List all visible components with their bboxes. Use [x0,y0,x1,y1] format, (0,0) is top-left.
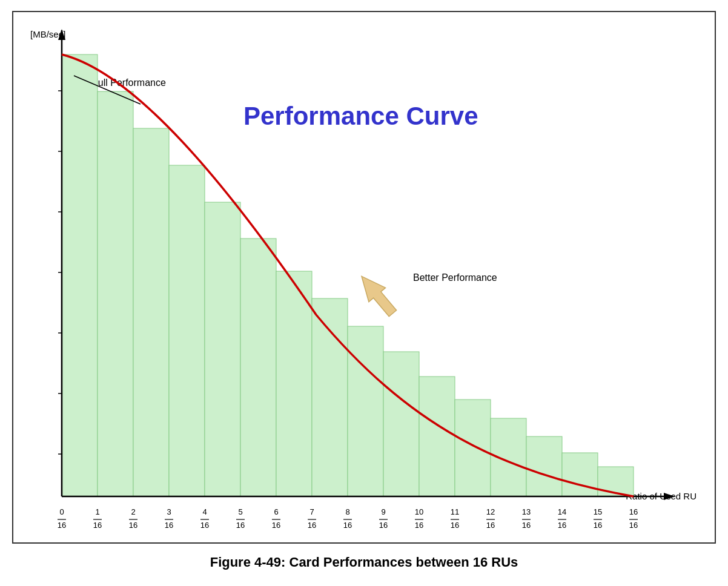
bar-1 [98,91,133,496]
svg-text:16: 16 [451,521,459,530]
chart-container: [MB/sec] Performance Curve Full Performa… [12,11,716,544]
svg-text:12: 12 [486,507,495,516]
svg-text:16: 16 [343,521,352,530]
svg-text:4: 4 [202,507,207,516]
bar-3 [169,165,205,496]
svg-text:11: 11 [451,507,459,516]
svg-text:5: 5 [238,507,242,516]
svg-text:3: 3 [167,507,171,516]
bar-14 [562,453,598,496]
bar-13 [526,436,562,496]
svg-text:16: 16 [200,521,209,530]
x-label-0: 0 [59,507,64,516]
svg-text:8: 8 [345,507,349,516]
svg-text:16: 16 [558,521,566,530]
svg-text:16: 16 [236,521,245,530]
bar-6 [276,271,312,496]
svg-marker-56 [353,269,401,320]
chart-svg: 0 16 1 16 2 16 3 16 4 16 5 16 6 16 7 16 … [13,12,717,545]
svg-text:16: 16 [522,521,531,530]
svg-text:7: 7 [309,507,314,516]
svg-text:16: 16 [93,521,102,530]
svg-text:15: 15 [594,507,602,516]
x-axis-arrow [664,493,675,500]
bar-5 [240,239,276,496]
x-label-0-denom: 16 [58,521,66,530]
bar-10 [419,377,455,496]
svg-text:16: 16 [165,521,173,530]
better-performance-arrow [353,269,401,320]
svg-text:16: 16 [272,521,280,530]
bar-4 [205,202,240,496]
y-axis-arrow [58,29,65,40]
svg-text:2: 2 [131,507,135,516]
svg-text:16: 16 [379,521,388,530]
bar-8 [348,326,383,496]
svg-text:1: 1 [95,507,99,516]
svg-text:14: 14 [558,507,566,516]
figure-caption: Figure 4-49: Card Performances between 1… [12,555,716,570]
svg-text:13: 13 [522,507,531,516]
bar-11 [455,400,491,496]
svg-text:16: 16 [308,521,316,530]
svg-text:10: 10 [415,507,423,516]
svg-text:16: 16 [629,507,638,516]
svg-text:16: 16 [594,521,602,530]
bar-0 [62,54,98,496]
bar-9 [383,352,419,496]
svg-text:16: 16 [486,521,495,530]
svg-text:16: 16 [129,521,137,530]
svg-text:9: 9 [381,507,385,516]
svg-text:16: 16 [629,521,638,530]
svg-text:6: 6 [274,507,278,516]
bar-7 [312,298,348,496]
bar-2 [133,128,169,496]
svg-text:16: 16 [415,521,423,530]
